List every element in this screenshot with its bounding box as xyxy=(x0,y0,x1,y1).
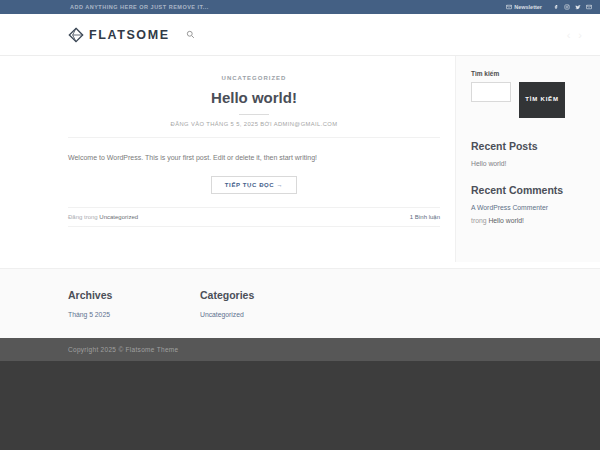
post-excerpt: Welcome to WordPress. This is your first… xyxy=(68,154,440,161)
read-more-button[interactable]: TIẾP TỤC ĐỌC → xyxy=(211,176,297,194)
categories-title: Categories xyxy=(200,289,332,301)
copyright-bar: Copyright 2025 © Flatsome Theme xyxy=(0,338,600,361)
posted-in-label: Đăng trong xyxy=(68,214,99,220)
search-widget-label: Tìm kiếm xyxy=(471,70,585,77)
commenter-link[interactable]: A WordPress Commenter xyxy=(471,204,548,211)
sidebar: Tìm kiếm TÌM KIẾM Recent Posts Hello wor… xyxy=(455,56,600,262)
posted-in: Đăng trong Uncategorized xyxy=(68,214,138,220)
post-article: UNCATEGORIZED Hello world! ĐĂNG VÀO THÁN… xyxy=(68,56,440,268)
post-meta: ĐĂNG VÀO THÁNG 5 5, 2025 BỞI ADMIN@GMAIL… xyxy=(68,121,440,127)
site-header: FLATSOME ‹ › xyxy=(0,14,600,56)
logo-text: FLATSOME xyxy=(89,28,170,42)
comment-on: trong Hello world! xyxy=(471,217,585,224)
recent-comments-title: Recent Comments xyxy=(471,184,585,196)
archives-widget: Archives Tháng 5 2025 xyxy=(68,289,200,338)
post-title[interactable]: Hello world! xyxy=(68,89,440,106)
footer-widgets: Archives Tháng 5 2025 Categories Uncateg… xyxy=(0,268,600,338)
recent-posts-title: Recent Posts xyxy=(471,140,585,152)
post-category-link[interactable]: UNCATEGORIZED xyxy=(222,75,287,81)
main-area: UNCATEGORIZED Hello world! ĐĂNG VÀO THÁN… xyxy=(0,56,600,268)
flatsome-logo-icon xyxy=(68,27,84,43)
comment-connector: trong xyxy=(471,217,488,224)
newsletter-label: Newsletter xyxy=(514,4,542,10)
archives-title: Archives xyxy=(68,289,200,301)
site-logo[interactable]: FLATSOME xyxy=(68,27,170,43)
title-divider xyxy=(239,114,269,115)
post-footer-meta: Đăng trong Uncategorized 1 Bình luận xyxy=(68,207,440,227)
flatsome-page: ADD ANYTHING HERE OR JUST REMOVE IT... N… xyxy=(0,0,600,450)
email-icon[interactable] xyxy=(586,4,592,10)
comment-post-link[interactable]: Hello world! xyxy=(488,217,524,224)
recent-post-link[interactable]: Hello world! xyxy=(471,160,507,167)
chevron-right-icon[interactable]: › xyxy=(578,29,582,41)
search-icon[interactable] xyxy=(186,30,195,39)
envelope-icon xyxy=(506,4,512,10)
twitter-icon[interactable] xyxy=(575,4,581,10)
newsletter-link[interactable]: Newsletter xyxy=(506,4,542,10)
below-page-area xyxy=(0,361,600,450)
categories-widget: Categories Uncategorized xyxy=(200,289,332,338)
chevron-left-icon[interactable]: ‹ xyxy=(567,29,571,41)
topbar-message: ADD ANYTHING HERE OR JUST REMOVE IT... xyxy=(70,4,209,10)
archive-month-link[interactable]: Tháng 5 2025 xyxy=(68,311,110,318)
topbar-right: Newsletter xyxy=(506,4,592,10)
facebook-icon[interactable] xyxy=(553,4,559,10)
instagram-icon[interactable] xyxy=(564,4,570,10)
posted-in-category-link[interactable]: Uncategorized xyxy=(99,214,138,220)
sidebar-search-input[interactable] xyxy=(471,82,511,102)
copyright-text: Copyright 2025 © Flatsome Theme xyxy=(68,346,178,353)
entry-divider xyxy=(68,137,440,138)
header-nav-arrows: ‹ › xyxy=(567,29,582,41)
topbar: ADD ANYTHING HERE OR JUST REMOVE IT... N… xyxy=(0,0,600,14)
comments-count-link[interactable]: 1 Bình luận xyxy=(410,214,440,220)
sidebar-search-button[interactable]: TÌM KIẾM xyxy=(519,82,565,118)
category-link[interactable]: Uncategorized xyxy=(200,311,244,318)
